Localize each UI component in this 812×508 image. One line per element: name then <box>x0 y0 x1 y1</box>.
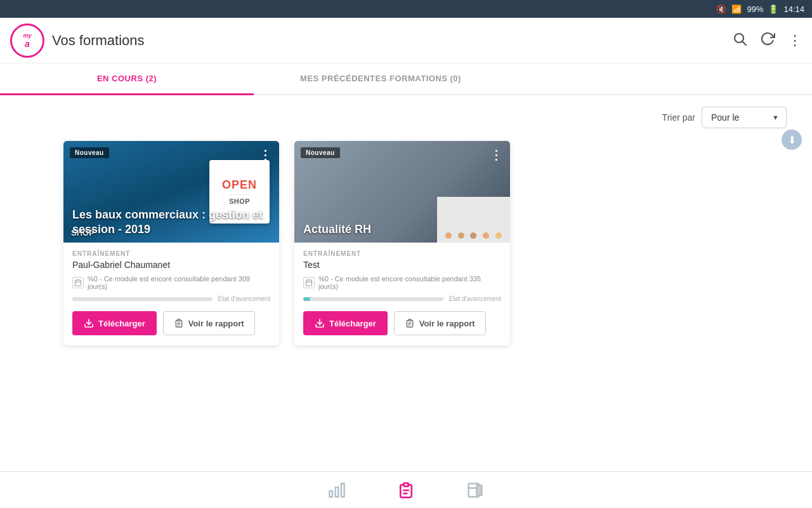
card-menu-button-1[interactable]: ⋮ <box>256 146 274 164</box>
card-body-2: ENTRAÎNEMENT Test %0 - Ce module est enc… <box>294 243 510 345</box>
progress-bar-bg-2 <box>303 297 443 301</box>
card-title-2: Actualité RH <box>294 216 510 243</box>
card-image-1: OPEN SHOP SHOP Nouveau Les baux commerci… <box>63 141 279 243</box>
status-bar: 🔇 📶 99% 🔋 14:14 <box>0 0 812 18</box>
tab-precedentes[interactable]: MES PRÉCÉDENTES FORMATIONS (0) <box>254 64 508 95</box>
svg-rect-18 <box>341 483 344 497</box>
bottom-nav-formations[interactable] <box>396 481 416 500</box>
search-icon[interactable] <box>732 31 747 50</box>
report-button-1[interactable]: Voir le rapport <box>163 311 255 335</box>
card-info-2: %0 - Ce module est encore consultable pe… <box>303 275 501 290</box>
download-icon-2 <box>315 318 325 328</box>
svg-line-1 <box>743 41 747 45</box>
card-baux-commerciaux: OPEN SHOP SHOP Nouveau Les baux commerci… <box>63 141 279 345</box>
card-actions-1: Télécharger Voir le rapport <box>72 311 270 335</box>
bar-chart-icon <box>328 481 346 499</box>
svg-rect-15 <box>409 319 411 321</box>
svg-rect-21 <box>403 483 409 486</box>
bottom-nav <box>0 471 812 508</box>
report-icon-2 <box>405 318 415 328</box>
sort-select-wrapper: Pour le Alphabétique Date d'ajout <box>702 107 787 128</box>
bottom-nav-stats[interactable] <box>328 481 346 499</box>
progress-label-2: Etat d'avancement <box>449 295 501 302</box>
clipboard-icon <box>396 481 416 500</box>
card-title-1: Les baux commerciaux : gestion et sessio… <box>63 201 279 243</box>
svg-rect-7 <box>178 319 180 321</box>
svg-rect-19 <box>336 487 339 497</box>
sort-bar: Trier par Pour le Alphabétique Date d'aj… <box>0 95 812 135</box>
book-icon <box>466 481 484 499</box>
card-author-1: Paul-Gabriel Chaumanet <box>72 260 270 270</box>
report-icon-1 <box>174 318 184 328</box>
svg-rect-10 <box>306 280 312 286</box>
card-badge-1: Nouveau <box>70 147 109 158</box>
tabs: EN COURS (2) MES PRÉCÉDENTES FORMATIONS … <box>0 64 812 95</box>
svg-rect-2 <box>75 280 81 286</box>
battery-icon: 🔋 <box>768 4 778 14</box>
mute-icon: 🔇 <box>716 4 726 14</box>
progress-bar-bg-1 <box>72 297 213 301</box>
header: my a Vos formations ⋮ <box>0 18 812 64</box>
card-type-1: ENTRAÎNEMENT <box>72 250 270 257</box>
wifi-icon: 📶 <box>731 4 742 14</box>
more-menu-icon[interactable]: ⋮ <box>788 32 802 49</box>
card-actions-2: Télécharger Voir le rapport <box>303 311 501 335</box>
download-button-1[interactable]: Télécharger <box>72 311 157 335</box>
svg-rect-26 <box>476 485 481 495</box>
card-menu-button-2[interactable]: ⋮ <box>487 146 505 164</box>
header-actions: ⋮ <box>732 31 802 50</box>
page-title: Vos formations <box>52 32 732 49</box>
card-author-2: Test <box>303 260 501 270</box>
card-info-text-2: %0 - Ce module est encore consultable pe… <box>318 275 501 290</box>
bottom-nav-catalog[interactable] <box>466 481 484 499</box>
sort-select[interactable]: Pour le Alphabétique Date d'ajout <box>702 107 787 128</box>
card-info-icon-2 <box>303 277 315 288</box>
sort-label: Trier par <box>662 112 695 123</box>
cards-container: OPEN SHOP SHOP Nouveau Les baux commerci… <box>0 135 812 358</box>
card-info-text-1: %0 - Ce module est encore consultable pe… <box>88 275 270 290</box>
card-image-2: Nouveau Actualité RH ⋮ <box>294 141 510 243</box>
clock: 14:14 <box>783 4 804 14</box>
download-icon-1 <box>84 318 94 328</box>
card-actualite-rh: Nouveau Actualité RH ⋮ ENTRAÎNEMENT Test… <box>294 141 510 345</box>
card-body-1: ENTRAÎNEMENT Paul-Gabriel Chaumanet %0 -… <box>63 243 279 345</box>
tab-en-cours[interactable]: EN COURS (2) <box>0 64 254 95</box>
svg-rect-20 <box>329 491 332 497</box>
progress-fill-2 <box>303 297 310 301</box>
card-info-icon-1 <box>72 277 84 288</box>
card-info-1: %0 - Ce module est encore consultable pe… <box>72 275 270 290</box>
battery-level: 99% <box>747 4 763 14</box>
progress-row-1: Etat d'avancement <box>72 295 270 302</box>
progress-row-2: Etat d'avancement <box>303 295 501 302</box>
refresh-icon[interactable] <box>760 31 775 50</box>
card-badge-2: Nouveau <box>301 147 340 158</box>
logo: my a <box>10 23 44 58</box>
progress-label-1: Etat d'avancement <box>218 295 270 302</box>
report-button-2[interactable]: Voir le rapport <box>394 311 486 335</box>
card-type-2: ENTRAÎNEMENT <box>303 250 501 257</box>
download-button-2[interactable]: Télécharger <box>303 311 388 335</box>
